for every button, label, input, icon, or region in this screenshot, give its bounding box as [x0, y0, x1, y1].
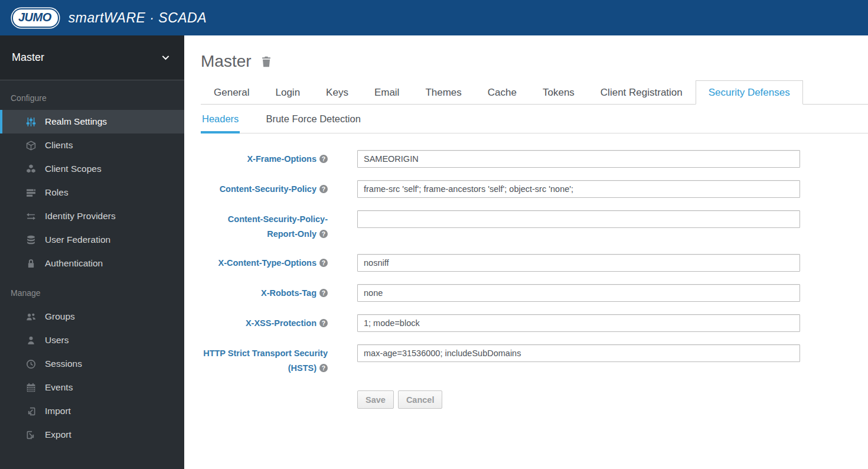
sidebar-item-sessions[interactable]: Sessions	[0, 352, 184, 376]
sidebar-item-roles[interactable]: Roles	[0, 181, 184, 204]
sidebar-item-groups[interactable]: Groups	[0, 305, 184, 328]
cube-icon	[26, 141, 36, 151]
content-security-policy-input[interactable]	[357, 180, 800, 198]
subtab-brute-force-detection[interactable]: Brute Force Detection	[265, 111, 362, 133]
x-xss-protection-input[interactable]	[357, 314, 800, 332]
sidebar-item-identity-providers[interactable]: Identity Providers	[0, 204, 184, 228]
field-row-hsts: HTTP Strict Transport Security (HSTS)?	[201, 344, 868, 376]
tab-security-defenses[interactable]: Security Defenses	[696, 80, 803, 105]
sidebar-item-label: Sessions	[45, 359, 82, 369]
export-icon	[26, 430, 36, 440]
jumo-logo: JUMO	[13, 9, 58, 27]
subtab-headers[interactable]: Headers	[201, 111, 240, 133]
field-label: HTTP Strict Transport Security (HSTS)?	[201, 344, 328, 376]
sidebar-item-label: User Federation	[45, 234, 110, 245]
sidebar-item-authentication[interactable]: Authentication	[0, 252, 184, 275]
user-icon	[26, 336, 36, 346]
sidebar-item-export[interactable]: Export	[0, 423, 184, 447]
trash-icon	[260, 56, 272, 68]
form-actions: Save Cancel	[357, 390, 868, 409]
page-title: Master	[201, 52, 252, 71]
realm-selector-label: Master	[12, 51, 44, 64]
lock-icon	[26, 259, 36, 269]
x-frame-options-input[interactable]	[357, 150, 800, 168]
field-label: Content-Security-Policy?	[201, 180, 328, 197]
app-header: JUMO smartWARE · SCADA	[0, 0, 868, 35]
realm-tabs: General Login Keys Email Themes Cache To…	[201, 80, 868, 105]
sidebar-item-clients[interactable]: Clients	[0, 133, 184, 157]
headers-form: X-Frame-Options? Content-Security-Policy…	[201, 150, 868, 409]
field-row-csp-report-only: Content-Security-Policy-Report-Only?	[201, 210, 868, 242]
sidebar: Master Configure Realm Settings Clients …	[0, 35, 184, 469]
help-icon[interactable]: ?	[319, 289, 328, 297]
sidebar-section-configure: Configure	[0, 80, 184, 110]
tab-tokens[interactable]: Tokens	[530, 80, 588, 105]
delete-realm-button[interactable]	[260, 56, 272, 68]
clock-icon	[26, 359, 36, 369]
sliders-icon	[26, 117, 36, 127]
tab-login[interactable]: Login	[262, 80, 313, 105]
field-label: X-Frame-Options?	[201, 150, 328, 167]
hsts-input[interactable]	[357, 344, 800, 362]
sidebar-item-user-federation[interactable]: User Federation	[0, 228, 184, 252]
tab-client-registration[interactable]: Client Registration	[588, 80, 696, 105]
help-icon[interactable]: ?	[319, 185, 328, 193]
help-icon[interactable]: ?	[319, 155, 328, 163]
cubes-icon	[26, 164, 36, 174]
sidebar-item-label: Client Scopes	[45, 164, 102, 174]
list-icon	[26, 188, 36, 198]
tab-cache[interactable]: Cache	[475, 80, 530, 105]
sidebar-item-label: Clients	[45, 140, 73, 151]
cancel-button[interactable]: Cancel	[398, 390, 443, 409]
sidebar-item-label: Events	[45, 382, 73, 393]
sidebar-item-users[interactable]: Users	[0, 328, 184, 352]
sidebar-section-manage: Manage	[0, 275, 184, 305]
realm-selector[interactable]: Master	[0, 35, 184, 80]
sidebar-item-label: Identity Providers	[45, 211, 116, 222]
tab-email[interactable]: Email	[361, 80, 413, 105]
help-icon[interactable]: ?	[319, 230, 328, 238]
sidebar-item-label: Roles	[45, 187, 68, 198]
x-content-type-options-input[interactable]	[357, 254, 800, 272]
sidebar-item-label: Authentication	[45, 258, 103, 269]
field-row-x-xss-protection: X-XSS-Protection?	[201, 314, 868, 332]
x-robots-tag-input[interactable]	[357, 284, 800, 302]
chevron-down-icon	[161, 53, 170, 62]
brand-title: smartWARE · SCADA	[68, 10, 207, 26]
sidebar-item-realm-settings[interactable]: Realm Settings	[0, 110, 184, 133]
field-label: X-XSS-Protection?	[201, 314, 328, 331]
sidebar-item-label: Export	[45, 429, 71, 440]
sidebar-item-import[interactable]: Import	[0, 399, 184, 423]
sidebar-item-label: Realm Settings	[45, 116, 107, 127]
field-row-content-security-policy: Content-Security-Policy?	[201, 180, 868, 198]
field-row-x-frame-options: X-Frame-Options?	[201, 150, 868, 168]
field-label: X-Content-Type-Options?	[201, 254, 328, 271]
field-label: X-Robots-Tag?	[201, 284, 328, 301]
sidebar-item-client-scopes[interactable]: Client Scopes	[0, 157, 184, 181]
exchange-icon	[26, 211, 36, 222]
field-label: Content-Security-Policy-Report-Only?	[201, 210, 328, 242]
calendar-icon	[26, 383, 36, 393]
tab-keys[interactable]: Keys	[313, 80, 361, 105]
help-icon[interactable]: ?	[319, 319, 328, 327]
groups-icon	[26, 312, 36, 322]
field-row-x-robots-tag: X-Robots-Tag?	[201, 284, 868, 302]
save-button[interactable]: Save	[357, 390, 394, 409]
sidebar-item-label: Groups	[45, 311, 75, 322]
help-icon[interactable]: ?	[319, 259, 328, 267]
sidebar-item-label: Users	[45, 335, 68, 346]
tab-themes[interactable]: Themes	[412, 80, 474, 105]
sidebar-item-events[interactable]: Events	[0, 376, 184, 399]
field-row-x-content-type-options: X-Content-Type-Options?	[201, 254, 868, 272]
main-content: Master General Login Keys Email Themes C…	[184, 35, 868, 469]
help-icon[interactable]: ?	[319, 364, 328, 372]
database-icon	[26, 235, 36, 245]
csp-report-only-input[interactable]	[357, 210, 800, 228]
sidebar-item-label: Import	[45, 406, 71, 416]
tab-general[interactable]: General	[201, 80, 262, 105]
import-icon	[26, 406, 36, 416]
security-defenses-subtabs: Headers Brute Force Detection	[201, 111, 868, 133]
